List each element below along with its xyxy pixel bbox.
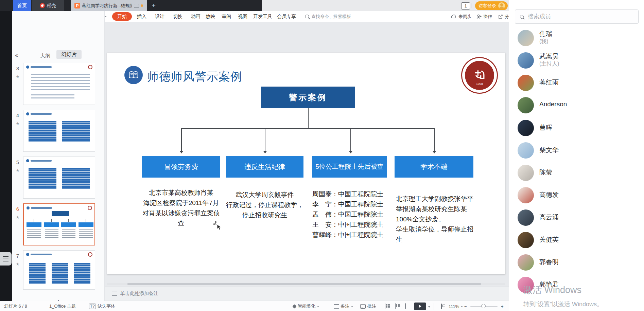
avatar xyxy=(518,120,534,136)
ribbon-tab-member[interactable]: 会员专享 xyxy=(277,11,296,22)
window-count-badge[interactable]: 1 xyxy=(461,2,470,10)
guest-login-button[interactable]: 访客登录 xyxy=(475,1,508,10)
tab-home[interactable]: 首页 xyxy=(13,0,31,11)
more-commands-button[interactable] xyxy=(105,11,107,22)
fit-slide-button[interactable] xyxy=(441,304,442,309)
member-row[interactable]: 柴文华 xyxy=(509,141,644,160)
thumbnail-textbox xyxy=(28,261,47,286)
member-row[interactable]: 关健英 xyxy=(509,231,644,250)
ribbon-tab-animation[interactable]: 动画 xyxy=(191,11,201,22)
ribbon-tab-devtools[interactable]: 开发工具 xyxy=(253,11,272,22)
collaborate-button[interactable]: 协作 xyxy=(476,11,492,22)
wps-presentation-window: { "tabbar": { "home": "首页", "docer": "稻壳… xyxy=(0,0,644,311)
slide-thumbnail-5[interactable] xyxy=(23,157,95,199)
share-button[interactable]: 分 xyxy=(498,11,509,22)
slide-thumbnail-3[interactable] xyxy=(23,63,95,105)
slide-thumbnail-6-selected[interactable] xyxy=(23,203,95,245)
search-icon xyxy=(520,15,524,19)
member-row[interactable]: 蒋红雨 xyxy=(509,73,644,92)
slide-thumbnail-4[interactable] xyxy=(23,110,95,152)
slide-number: 7 xyxy=(14,253,21,259)
horizontal-scrollbar[interactable] xyxy=(107,283,505,285)
member-row[interactable]: 高德发 xyxy=(509,186,644,205)
member-name: 曹晖 xyxy=(539,123,552,132)
collapse-panel-button[interactable]: « xyxy=(15,52,18,59)
scrollbar-thumb[interactable] xyxy=(127,283,481,285)
ribbon-tab-slideshow[interactable]: 放映 xyxy=(206,11,215,22)
slide-canvas[interactable]: 师德师风警示案例 1958 警示案例 冒领劳务费 违反生活纪律 5位公工程院士先… xyxy=(107,53,505,274)
ribbon-tab-review[interactable]: 审阅 xyxy=(222,11,231,22)
cloud-icon xyxy=(451,14,457,19)
zoom-level[interactable]: 111% xyxy=(449,301,463,311)
org-chart-branch-box[interactable]: 违反生活纪律 xyxy=(226,156,303,178)
share-icon xyxy=(498,14,503,19)
org-chart-branch-box[interactable]: 学术不端 xyxy=(395,156,473,178)
member-row[interactable]: 郭春明 xyxy=(509,253,644,272)
seal-icon xyxy=(88,206,92,210)
zoom-in-button[interactable]: + xyxy=(501,301,504,311)
member-row[interactable]: 高云涌 xyxy=(509,208,644,227)
ribbon-tab-start[interactable]: 开始 xyxy=(112,12,132,21)
connector-line xyxy=(434,128,435,152)
sync-status-button[interactable]: 未同步 xyxy=(451,11,472,22)
tab-slides[interactable]: 幻灯片 xyxy=(56,50,82,59)
tab-docer[interactable]: 稻壳 xyxy=(32,0,64,11)
play-options-caret[interactable] xyxy=(428,306,430,309)
branch-text-block[interactable]: 北京理工大学副教授张华平 举报湖南某校研究生陈某 100%全文抄袭。 学生取消学… xyxy=(396,194,477,245)
avatar xyxy=(518,30,534,46)
docer-logo-icon xyxy=(40,3,45,8)
normal-view-button[interactable] xyxy=(385,303,385,309)
thumbnail-text-lines xyxy=(31,94,74,100)
slide-thumbnail-7[interactable] xyxy=(23,250,95,290)
panel-drag-handle[interactable] xyxy=(0,252,12,266)
notes-bar[interactable]: 单击此处添加备注 xyxy=(105,287,509,300)
mini-root-box xyxy=(52,211,69,216)
slideshow-play-button[interactable] xyxy=(414,303,426,310)
animation-star-icon: ★ xyxy=(14,215,21,220)
reading-view-button[interactable] xyxy=(405,303,406,309)
zoom-out-button[interactable]: − xyxy=(464,301,467,311)
org-chart-branch-box[interactable]: 5位公工程院士先后被查 xyxy=(312,156,387,178)
notes-icon xyxy=(334,304,339,309)
ribbon-tab-design[interactable]: 设计 xyxy=(155,11,164,22)
command-search-box[interactable]: 查找命令、搜索模板 xyxy=(305,11,351,22)
org-chart-branch-box[interactable]: 冒领劳务费 xyxy=(142,156,220,178)
member-row[interactable]: 郭艳君 xyxy=(509,275,644,294)
divider xyxy=(434,303,434,310)
missing-font-button[interactable]: T? 缺失字体 xyxy=(89,301,115,311)
new-tab-button[interactable]: + xyxy=(149,0,159,11)
member-name: 武嵩昊 xyxy=(539,52,559,61)
ribbon-tab-transition[interactable]: 切换 xyxy=(173,11,182,22)
member-search-box[interactable] xyxy=(515,10,639,24)
person-plus-icon xyxy=(476,14,482,19)
slide-number: 4 xyxy=(14,112,21,118)
member-search-input[interactable] xyxy=(527,13,624,20)
slide-sorter-view-button[interactable] xyxy=(395,303,396,309)
theme-name[interactable]: 1_Office 主题 xyxy=(49,301,76,311)
tab-document[interactable]: P 蒋红雨学习践行新...德规范11.03 xyxy=(71,0,147,11)
org-chart-root-box[interactable]: 警示案例 xyxy=(261,87,355,108)
user-avatar-icon xyxy=(498,2,505,9)
zoom-slider-knob[interactable] xyxy=(481,304,486,308)
title-dot-icon xyxy=(26,159,29,162)
slide-title[interactable]: 师德师风警示案例 xyxy=(147,69,242,85)
tab-outline[interactable]: 大纲 xyxy=(40,53,50,59)
unsaved-dot-icon xyxy=(141,4,143,7)
play-icon xyxy=(419,305,423,308)
smart-beautify-button[interactable]: 智能美化 xyxy=(293,301,319,311)
member-row[interactable]: Anderson xyxy=(509,96,644,115)
member-row[interactable]: 焦瑞 (我) xyxy=(509,29,644,48)
branch-text-block[interactable]: 北京市某高校教师肖某 海淀区检察院于2011年7月 对肖某以涉嫌贪污罪立案侦 查 xyxy=(139,188,224,228)
member-row[interactable]: 武嵩昊 (主持人) xyxy=(509,51,644,70)
notes-toggle-button[interactable]: 备注 xyxy=(334,301,353,311)
comments-button[interactable]: 批注 xyxy=(360,301,376,311)
member-row[interactable]: 曹晖 xyxy=(509,118,644,138)
member-row[interactable]: 陈莹 xyxy=(509,163,644,182)
title-dot-icon xyxy=(26,66,29,69)
ribbon-tab-view[interactable]: 视图 xyxy=(238,11,247,22)
branch-text-block[interactable]: 武汉大学周玄毅事件 行政记过，停止课程教学， 停止招收研究生 xyxy=(223,190,307,220)
seal-icon xyxy=(88,65,92,69)
member-name: 高德发 xyxy=(539,190,559,199)
ribbon-tab-insert[interactable]: 插入 xyxy=(137,11,146,22)
branch-text-block[interactable]: 周国泰：中国工程院院士 李 宁：中国工程院院士 孟 伟：中国工程院院士 王 安：… xyxy=(312,189,394,240)
